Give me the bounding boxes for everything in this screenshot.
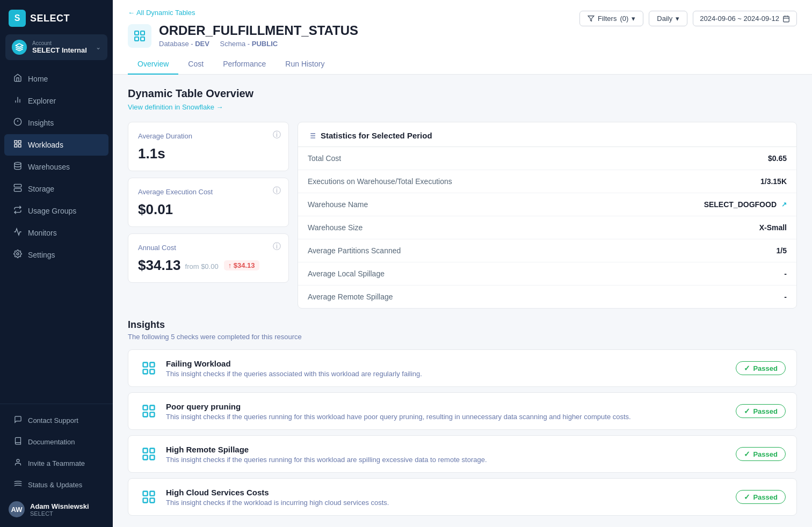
sidebar-item-monitors[interactable]: Monitors [4, 222, 108, 244]
info-icon-duration[interactable]: ⓘ [273, 130, 281, 140]
stats-row-total-cost: Total Cost $0.65 [298, 147, 796, 170]
contact-support-label: Contact Support [28, 416, 78, 424]
stats-val-executions: 1/3.15K [760, 177, 787, 186]
tab-performance[interactable]: Performance [213, 54, 276, 75]
insight-icon-poor-query-pruning [139, 401, 158, 421]
sidebar-item-explorer[interactable]: Explorer [4, 90, 108, 112]
tab-overview[interactable]: Overview [128, 54, 178, 75]
sidebar-item-storage[interactable]: Storage [4, 178, 108, 200]
external-link-icon[interactable]: ↗ [781, 201, 787, 208]
sidebar: S SELECT Account SELECT Internal ⌄ Home … [0, 0, 113, 527]
svg-marker-21 [588, 16, 594, 21]
sidebar-item-documentation[interactable]: Documentation [4, 431, 108, 452]
date-range-button[interactable]: 2024-09-06 ~ 2024-09-12 [693, 11, 797, 26]
svg-rect-44 [143, 492, 148, 496]
svg-rect-39 [150, 412, 154, 416]
sidebar-item-status-updates[interactable]: Status & Updates [4, 474, 108, 495]
svg-rect-12 [14, 188, 21, 191]
sidebar-item-settings[interactable]: Settings [4, 244, 108, 266]
svg-rect-6 [15, 141, 17, 143]
insight-content-failing-workload: Failing Workload This insight checks if … [166, 359, 728, 378]
stats-row-warehouse-name: Warehouse Name SELECT_DOGFOOD ↗ [298, 193, 796, 216]
date-range: 2024-09-06 ~ 2024-09-12 [700, 14, 779, 23]
account-switcher[interactable]: Account SELECT Internal ⌄ [5, 34, 107, 60]
insight-desc-high-remote-spillage: This insight checks if the queries runni… [166, 456, 728, 464]
svg-rect-47 [150, 498, 154, 502]
title-left: ← All Dynamic Tables ORDER_FULFILLMENT_S… [128, 9, 358, 48]
page-title: ORDER_FULFILLMENT_STATUS [159, 23, 358, 38]
svg-point-16 [17, 459, 19, 462]
account-name: SELECT Internal [32, 46, 90, 54]
sidebar-item-usage-groups[interactable]: Usage Groups [4, 200, 108, 222]
warehouses-icon [13, 162, 23, 172]
sidebar-item-invite-teammate[interactable]: Invite a Teammate [4, 453, 108, 474]
avg-duration-value: 1.1s [138, 145, 279, 162]
info-icon-annual[interactable]: ⓘ [273, 241, 281, 252]
svg-rect-45 [150, 492, 154, 496]
annual-cost-badge: ↑ $34.13 [224, 260, 259, 270]
svg-rect-35 [150, 369, 154, 374]
stats-key-warehouse-name: Warehouse Name [308, 200, 368, 209]
sidebar-item-settings-label: Settings [28, 251, 55, 259]
stats-row-avg-remote-spillage: Average Remote Spillage - [298, 286, 796, 308]
sidebar-item-warehouses[interactable]: Warehouses [4, 156, 108, 178]
breadcrumb[interactable]: ← All Dynamic Tables [128, 9, 358, 17]
account-info: Account SELECT Internal [32, 40, 90, 54]
insight-content-poor-query-pruning: Poor query pruning This insight checks i… [166, 402, 728, 421]
user-row[interactable]: AW Adam Wisniewski SELECT [0, 496, 113, 523]
view-definition-link[interactable]: View definition in Snowflake → [128, 103, 223, 111]
metric-cards: ⓘ Average Duration 1.1s ⓘ Average Execut… [128, 122, 289, 309]
insight-content-high-remote-spillage: High Remote Spillage This insight checks… [166, 445, 728, 464]
sidebar-nav: Home Explorer Insights Workloads Warehou… [0, 65, 113, 404]
insight-card-failing-workload: Failing Workload This insight checks if … [128, 349, 797, 387]
svg-rect-38 [143, 412, 148, 416]
user-avatar: AW [9, 501, 25, 517]
sidebar-item-contact-support[interactable]: Contact Support [4, 410, 108, 431]
filters-button[interactable]: Filters (0) ▾ [579, 11, 643, 26]
passed-label-3: Passed [753, 450, 778, 458]
stats-header: Statistics for Selected Period [298, 122, 796, 147]
stats-panel-title: Statistics for Selected Period [321, 131, 432, 140]
metric-avg-duration: ⓘ Average Duration 1.1s [128, 122, 289, 171]
stats-val-avg-partitions: 1/5 [777, 246, 787, 255]
contact-support-icon [13, 415, 23, 426]
svg-point-15 [17, 253, 19, 255]
documentation-label: Documentation [28, 438, 75, 446]
tab-run-history[interactable]: Run History [276, 54, 334, 75]
chevron-icon: ⌄ [96, 43, 101, 51]
svg-rect-46 [143, 498, 148, 502]
database-meta: Database - DEV [159, 40, 209, 48]
explorer-icon [13, 96, 23, 106]
svg-rect-37 [150, 406, 154, 410]
insight-name-high-remote-spillage: High Remote Spillage [166, 445, 728, 454]
info-icon-exec-cost[interactable]: ⓘ [273, 186, 281, 196]
svg-rect-42 [143, 455, 148, 459]
logo: S SELECT [0, 0, 113, 34]
stats-key-avg-partitions: Average Partitions Scanned [308, 246, 401, 255]
sidebar-item-explorer-label: Explorer [28, 97, 56, 105]
sidebar-item-storage-label: Storage [28, 185, 54, 193]
usage-groups-icon [13, 206, 23, 216]
metric-avg-execution-cost: ⓘ Average Execution Cost $0.01 [128, 178, 289, 227]
passed-label-2: Passed [753, 407, 778, 415]
insight-status-poor-query-pruning: ✓ Passed [736, 404, 786, 418]
insight-card-poor-query-pruning: Poor query pruning This insight checks i… [128, 392, 797, 430]
header-controls: Filters (0) ▾ Daily ▾ 2024-09-06 ~ 2024-… [579, 11, 797, 26]
stats-key-warehouse-size: Warehouse Size [308, 223, 363, 232]
insight-desc-high-cloud-services: This insight checks if the workload is i… [166, 499, 728, 507]
sidebar-item-workloads[interactable]: Workloads [4, 134, 108, 156]
svg-rect-33 [150, 363, 154, 367]
settings-icon [13, 250, 23, 260]
svg-rect-41 [150, 449, 154, 453]
svg-rect-22 [784, 16, 789, 21]
sidebar-item-monitors-label: Monitors [28, 229, 57, 237]
period-button[interactable]: Daily ▾ [649, 11, 687, 26]
tab-cost[interactable]: Cost [178, 54, 213, 75]
insight-status-high-remote-spillage: ✓ Passed [736, 447, 786, 461]
stats-row-executions: Executions on Warehouse/Total Executions… [298, 170, 796, 193]
sidebar-item-home[interactable]: Home [4, 68, 108, 90]
sidebar-item-insights[interactable]: Insights [4, 112, 108, 134]
check-icon-3: ✓ [744, 450, 750, 458]
user-name: Adam Wisniewski [30, 502, 89, 510]
svg-rect-18 [141, 31, 144, 35]
